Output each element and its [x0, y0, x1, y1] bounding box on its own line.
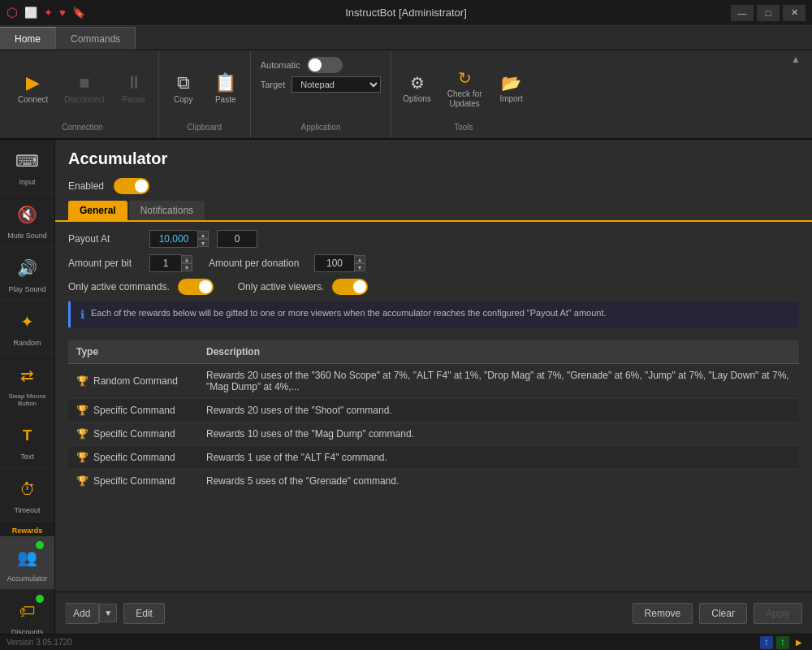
pause-icon: ⏸ [125, 72, 143, 93]
sidebar-item-random[interactable]: ✦ Random [0, 301, 54, 354]
disconnect-button[interactable]: ■ Disconnect [58, 67, 110, 109]
payout-at-right-input[interactable]: 0 [217, 230, 257, 248]
add-button[interactable]: Add [65, 603, 99, 624]
status-bar: Version 3.05.1720 t t ▶ [0, 634, 812, 650]
tools-label: Tools [454, 123, 473, 135]
payout-at-down[interactable]: ▼ [197, 239, 209, 247]
minimize-button[interactable]: — [731, 5, 754, 21]
rewards-table: Type Description 🏆Random Command Rewards… [68, 340, 799, 493]
rewards-table-container: Type Description 🏆Random Command Rewards… [68, 340, 799, 592]
status-icon-2[interactable]: t [776, 636, 789, 649]
page-title: Accumulator [55, 140, 812, 175]
status-icon-1[interactable]: t [760, 636, 773, 649]
options-label: Options [403, 94, 430, 103]
input-icon: ⌨ [13, 146, 42, 176]
payout-at-spinners: ▲ ▼ [197, 231, 209, 247]
amount-per-bit-label: Amount per bit [68, 258, 141, 269]
table-row[interactable]: 🏆Specific Command Rewards 10 uses of the… [68, 422, 799, 446]
pause-label: Pause [123, 95, 145, 104]
payout-at-input[interactable]: 10,000 [149, 230, 198, 248]
apply-button[interactable]: Apply [754, 603, 802, 624]
sidebar-item-swap[interactable]: ⇄ Swap Mouse Button [0, 354, 54, 414]
enabled-row: Enabled [55, 175, 812, 201]
only-active-commands-toggle[interactable] [178, 279, 214, 295]
cell-description: Rewards 20 uses of the "Shoot" command. [198, 399, 799, 422]
amount-per-donation-input[interactable]: 100 [314, 254, 355, 272]
table-row[interactable]: 🏆Specific Command Rewards 20 uses of the… [68, 399, 799, 422]
cell-type: 🏆Specific Command [68, 446, 198, 470]
payout-at-up[interactable]: ▲ [197, 231, 209, 239]
tab-commands[interactable]: Commands [56, 27, 136, 50]
sidebar-item-accumulator[interactable]: 👥 Accumulator [0, 536, 54, 590]
maximize-button[interactable]: □ [757, 5, 780, 21]
active-toggles-row: Only active commands. Only active viewer… [68, 279, 799, 295]
timeout-icon: ⏱ [13, 474, 42, 504]
sidebar-item-accumulator-label: Accumulator [6, 574, 47, 583]
automatic-toggle[interactable] [307, 57, 343, 73]
sidebar-item-text-label: Text [20, 453, 34, 461]
swap-icon: ⇄ [13, 361, 42, 390]
row-icon: 🏆 [76, 452, 89, 463]
sidebar-item-text[interactable]: T Text [0, 414, 54, 468]
col-type: Type [68, 340, 198, 364]
connection-label: Connection [62, 123, 103, 135]
amount-per-donation-up[interactable]: ▲ [354, 255, 365, 263]
table-row[interactable]: 🏆Specific Command Rewards 5 uses of the … [68, 470, 799, 493]
options-button[interactable]: ⚙ Options [396, 68, 437, 108]
tab-home[interactable]: Home [0, 27, 56, 50]
check-updates-icon: ↻ [458, 68, 472, 88]
form-area: Payout At 10,000 ▲ ▼ 0 Amount per bit 1 [55, 220, 812, 340]
table-row[interactable]: 🏆Specific Command Rewards 1 use of the "… [68, 446, 799, 470]
sidebar-item-mute[interactable]: 🔇 Mute Sound [0, 193, 54, 247]
add-dropdown-button[interactable]: ▼ [99, 604, 117, 622]
sidebar-item-timeout[interactable]: ⏱ Timeout [0, 468, 54, 522]
import-button[interactable]: 📂 Import [492, 68, 531, 108]
mute-icon: 🔇 [13, 200, 42, 229]
title-bar: ⬡ ⬜ ✦ ♥ 🔖 InstructBot [Administrator] — … [0, 0, 812, 26]
pause-button[interactable]: ⏸ Pause [114, 67, 153, 109]
app-icon-3: ♥ [59, 6, 66, 19]
accumulator-icon: 👥 [13, 543, 42, 572]
row-icon: 🏆 [76, 428, 89, 440]
close-button[interactable]: ✕ [783, 5, 806, 21]
target-dropdown[interactable]: Notepad [292, 76, 381, 93]
edit-button[interactable]: Edit [123, 603, 165, 624]
amount-per-bit-up[interactable]: ▲ [181, 255, 192, 263]
sidebar-item-input-label: Input [19, 178, 35, 186]
enabled-toggle[interactable] [114, 178, 149, 194]
connect-button[interactable]: ▶ Connect [11, 67, 54, 109]
main-tabs: Home Commands [0, 26, 812, 50]
copy-button[interactable]: ⧉ Copy [164, 67, 203, 109]
import-label: Import [499, 94, 522, 103]
clear-button[interactable]: Clear [699, 603, 747, 624]
sidebar-item-swap-label: Swap Mouse Button [3, 392, 51, 407]
only-active-viewers-toggle[interactable] [332, 279, 368, 295]
connection-group: ▶ Connect ■ Disconnect ⏸ Pause Connectio… [6, 50, 159, 138]
inner-tab-notifications[interactable]: Notifications [129, 201, 205, 220]
check-updates-button[interactable]: ↻ Check forUpdates [441, 63, 489, 114]
version-text: Version 3.05.1720 [6, 638, 72, 647]
application-label: Application [261, 123, 382, 132]
app-icon-2: ✦ [44, 6, 53, 19]
amount-per-donation-down[interactable]: ▼ [354, 263, 365, 271]
table-row[interactable]: 🏆Random Command Rewards 20 uses of the "… [68, 364, 799, 399]
sidebar-item-discounts[interactable]: 🏷 Discounts [0, 590, 54, 634]
remove-button[interactable]: Remove [633, 603, 693, 624]
amount-per-bit-down[interactable]: ▼ [181, 263, 192, 271]
automatic-label: Automatic [261, 60, 300, 70]
copy-label: Copy [174, 95, 192, 104]
sidebar-item-play-sound[interactable]: 🔊 Play Sound [0, 247, 54, 301]
sidebar-item-timeout-label: Timeout [14, 506, 40, 514]
collapse-toolbar-button[interactable]: ▲ [786, 50, 806, 68]
app-icon-4: 🔖 [72, 6, 85, 19]
disconnect-label: Disconnect [64, 95, 104, 104]
row-icon: 🏆 [76, 475, 89, 487]
sidebar-item-input[interactable]: ⌨ Input [0, 140, 54, 193]
payout-at-input-wrapper: 10,000 ▲ ▼ [149, 230, 209, 248]
paste-button[interactable]: 📋 Paste [206, 67, 245, 109]
disconnect-icon: ■ [79, 72, 89, 93]
inner-tab-general[interactable]: General [68, 201, 127, 220]
status-icon-3[interactable]: ▶ [793, 636, 806, 649]
amount-per-bit-input[interactable]: 1 [149, 254, 182, 272]
content-area: Accumulator Enabled General Notification… [55, 140, 812, 634]
